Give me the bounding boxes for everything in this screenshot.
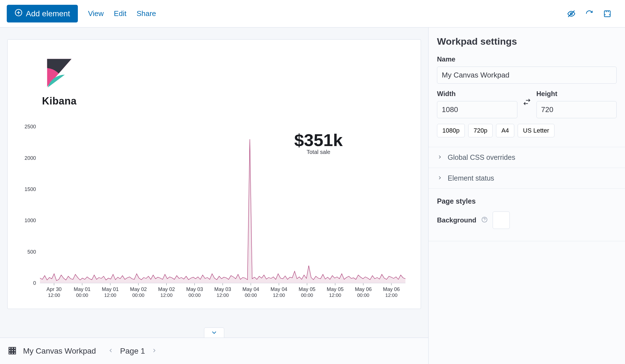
- height-label: Height: [536, 90, 617, 98]
- width-label: Width: [437, 90, 517, 98]
- svg-rect-54: [12, 347, 13, 349]
- svg-rect-58: [14, 350, 15, 351]
- svg-rect-55: [14, 347, 15, 349]
- page-pager: Page 1: [108, 347, 157, 356]
- plus-circle-icon: [15, 9, 22, 19]
- timeseries-chart[interactable]: 05001000150020002500Apr 3012:00May 0100:…: [17, 124, 411, 306]
- svg-rect-56: [9, 350, 11, 351]
- svg-text:May 03: May 03: [214, 286, 231, 292]
- help-icon[interactable]: [481, 217, 488, 224]
- svg-text:0: 0: [33, 280, 36, 286]
- svg-text:12:00: 12:00: [329, 292, 341, 298]
- svg-text:00:00: 00:00: [357, 292, 369, 298]
- svg-text:2500: 2500: [24, 124, 36, 129]
- preset-us-letter[interactable]: US Letter: [518, 124, 554, 137]
- canvas-page[interactable]: Kibana $351k Total sale 0500100015002000…: [7, 39, 421, 309]
- svg-text:May 02: May 02: [130, 286, 147, 292]
- svg-rect-5: [604, 11, 610, 17]
- add-element-label: Add element: [26, 9, 70, 18]
- svg-text:00:00: 00:00: [76, 292, 88, 298]
- size-presets: 1080p720pA4US Letter: [437, 124, 617, 137]
- chevron-right-icon: [437, 174, 443, 182]
- page-styles-title: Page styles: [437, 197, 617, 205]
- background-label: Background: [437, 216, 476, 224]
- preset-720p[interactable]: 720p: [468, 124, 493, 137]
- sidebar-title: Workpad settings: [437, 36, 617, 47]
- svg-text:May 06: May 06: [383, 286, 400, 292]
- svg-text:00:00: 00:00: [245, 292, 257, 298]
- svg-text:00:00: 00:00: [189, 292, 201, 298]
- svg-rect-57: [12, 350, 13, 351]
- svg-text:May 04: May 04: [271, 286, 287, 292]
- svg-rect-59: [9, 352, 11, 354]
- view-link[interactable]: View: [88, 9, 104, 18]
- hide-edit-controls-icon[interactable]: [567, 10, 576, 18]
- share-link[interactable]: Share: [137, 9, 156, 18]
- svg-text:500: 500: [28, 249, 36, 255]
- svg-text:12:00: 12:00: [385, 292, 397, 298]
- toolbar-links: View Edit Share: [88, 9, 156, 18]
- background-color-swatch[interactable]: [493, 211, 510, 229]
- kibana-logo-element[interactable]: Kibana: [31, 56, 87, 107]
- svg-text:2000: 2000: [24, 155, 36, 161]
- settings-accordion: Global CSS overridesElement status: [429, 147, 625, 189]
- toolbar-right-icons: [567, 10, 612, 18]
- page-indicator[interactable]: Page 1: [120, 347, 145, 356]
- svg-text:12:00: 12:00: [160, 292, 173, 298]
- accordion-element-status[interactable]: Element status: [429, 168, 625, 188]
- next-page-button[interactable]: [151, 347, 157, 355]
- edit-link[interactable]: Edit: [114, 9, 126, 18]
- workpad-name-input[interactable]: [437, 67, 617, 84]
- page-manager-icon[interactable]: [8, 346, 16, 356]
- accordion-global-css-overrides[interactable]: Global CSS overrides: [429, 147, 625, 168]
- refresh-icon[interactable]: [585, 10, 594, 18]
- fullscreen-icon[interactable]: [603, 10, 612, 18]
- svg-rect-53: [9, 347, 11, 349]
- svg-text:May 05: May 05: [327, 286, 344, 292]
- workpad-footer: My Canvas Workpad Page 1: [0, 338, 428, 364]
- chevron-down-icon: [210, 329, 218, 337]
- svg-text:May 03: May 03: [186, 286, 203, 292]
- svg-text:May 01: May 01: [74, 286, 90, 292]
- svg-text:May 06: May 06: [355, 286, 372, 292]
- name-label: Name: [437, 55, 617, 63]
- svg-text:12:00: 12:00: [273, 292, 285, 298]
- svg-text:May 05: May 05: [299, 286, 316, 292]
- svg-text:00:00: 00:00: [301, 292, 313, 298]
- svg-text:12:00: 12:00: [217, 292, 229, 298]
- swap-dimensions-icon[interactable]: [523, 98, 531, 110]
- top-toolbar: Add element View Edit Share: [0, 0, 625, 28]
- preset-1080p[interactable]: 1080p: [437, 124, 465, 137]
- kibana-logo-text: Kibana: [31, 95, 87, 107]
- svg-rect-60: [12, 352, 13, 354]
- svg-rect-61: [14, 352, 15, 354]
- svg-text:1500: 1500: [24, 186, 36, 192]
- prev-page-button[interactable]: [108, 347, 114, 355]
- chevron-right-icon: [437, 153, 443, 161]
- preset-a4[interactable]: A4: [496, 124, 514, 137]
- add-element-button[interactable]: Add element: [7, 5, 78, 22]
- settings-sidebar: Workpad settings Name Width Height 1080p…: [428, 28, 625, 364]
- canvas-area: Kibana $351k Total sale 0500100015002000…: [0, 28, 428, 364]
- footer-workpad-name[interactable]: My Canvas Workpad: [23, 347, 96, 356]
- svg-text:1000: 1000: [24, 217, 36, 223]
- svg-text:12:00: 12:00: [104, 292, 116, 298]
- height-input[interactable]: [536, 101, 617, 118]
- svg-text:May 01: May 01: [102, 286, 119, 292]
- svg-text:May 02: May 02: [158, 286, 175, 292]
- svg-text:12:00: 12:00: [48, 292, 60, 298]
- svg-text:May 04: May 04: [243, 286, 259, 292]
- page-tray-toggle[interactable]: [204, 327, 224, 338]
- kibana-logo-icon: [31, 56, 87, 93]
- svg-text:Apr 30: Apr 30: [46, 286, 62, 292]
- svg-text:00:00: 00:00: [132, 292, 144, 298]
- width-input[interactable]: [437, 101, 517, 118]
